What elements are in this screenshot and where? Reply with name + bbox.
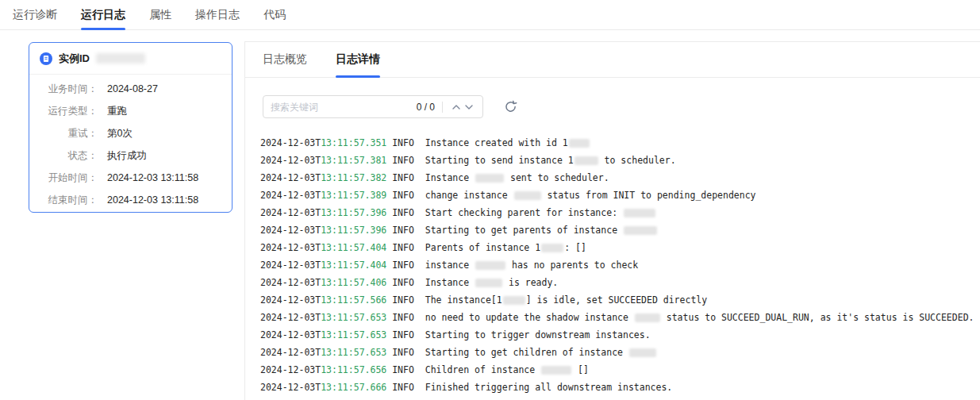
refresh-icon[interactable] (504, 100, 517, 113)
field-row: 开始时间：2024-12-03 13:11:58 (29, 167, 232, 189)
chevron-up-icon[interactable] (450, 101, 463, 113)
field-value: 重跑 (107, 105, 127, 118)
instance-id-label: 实例ID (59, 52, 90, 66)
redacted-instance-id (624, 226, 657, 235)
field-row: 结束时间：2024-12-03 13:11:58 (29, 189, 232, 211)
field-label: 结束时间： (29, 194, 98, 207)
log-line: 2024-12-03T13:11:57.666 INFO Finished tr… (260, 379, 980, 396)
redacted-instance-id (569, 139, 590, 148)
chevron-down-icon[interactable] (463, 101, 475, 113)
log-line: 2024-12-03T13:11:57.396 INFO Start check… (260, 204, 980, 221)
log-line: 2024-12-03T13:11:57.566 INFO The instanc… (260, 291, 980, 309)
log-line: 2024-12-03T13:11:57.389 INFO change inst… (260, 187, 980, 204)
redacted-instance-id (629, 348, 656, 357)
field-label: 状态： (29, 149, 98, 163)
tab-运行日志[interactable]: 运行日志 (81, 0, 125, 29)
tab-运行诊断[interactable]: 运行诊断 (13, 0, 57, 29)
log-output: 2024-12-03T13:11:57.351 INFO Instance cr… (260, 134, 980, 396)
redacted-instance-id (575, 156, 598, 165)
field-row: 业务时间：2024-08-27 (29, 78, 232, 100)
log-panel: 日志概览日志详情 0 / 0 2024-12-03T13:11:57.351 I… (244, 41, 980, 400)
log-line: 2024-12-03T13:11:57.382 INFO Instance se… (260, 169, 980, 187)
field-label: 业务时间： (29, 83, 98, 96)
instance-card-header: 实例ID (29, 43, 232, 75)
instance-id-redacted-value (96, 53, 145, 63)
tab-代码[interactable]: 代码 (263, 0, 286, 29)
field-row: 状态：执行成功 (29, 144, 232, 167)
field-value: 第0次 (107, 127, 133, 140)
log-line: 2024-12-03T13:11:57.653 INFO Starting to… (260, 344, 980, 361)
redacted-instance-id (514, 191, 541, 200)
field-row: 运行类型：重跑 (29, 100, 232, 122)
log-tab-日志概览[interactable]: 日志概览 (263, 42, 307, 77)
redacted-instance-id (503, 296, 525, 305)
instance-card: 实例ID 业务时间：2024-08-27运行类型：重跑重试：第0次状态：执行成功… (29, 42, 233, 213)
redacted-instance-id (624, 209, 655, 217)
log-line: 2024-12-03T13:11:57.396 INFO Starting to… (260, 221, 980, 239)
field-value: 执行成功 (107, 149, 147, 163)
document-icon (40, 52, 52, 65)
top-tab-bar: 运行诊断运行日志属性操作日志代码 (0, 0, 980, 30)
redacted-instance-id (541, 244, 563, 252)
redacted-instance-id (475, 279, 502, 287)
redacted-instance-id (475, 174, 504, 183)
field-label: 开始时间： (29, 171, 98, 185)
instance-card-fields: 业务时间：2024-08-27运行类型：重跑重试：第0次状态：执行成功开始时间：… (29, 75, 232, 211)
redacted-instance-id (475, 261, 505, 270)
log-line: 2024-12-03T13:11:57.653 INFO Starting to… (260, 326, 980, 344)
redacted-instance-id (541, 366, 571, 375)
log-tab-bar: 日志概览日志详情 (245, 42, 980, 78)
field-row: 重试：第0次 (29, 122, 232, 144)
redacted-instance-id (635, 313, 660, 322)
field-label: 重试： (29, 127, 98, 140)
search-match-counter: 0 / 0 (417, 102, 435, 113)
log-line: 2024-12-03T13:11:57.381 INFO Starting to… (260, 152, 980, 169)
log-line: 2024-12-03T13:11:57.404 INFO instance ha… (260, 256, 980, 274)
log-line: 2024-12-03T13:11:57.351 INFO Instance cr… (260, 134, 980, 152)
log-toolbar: 0 / 0 (263, 95, 980, 118)
search-input[interactable] (271, 102, 417, 113)
log-search-box[interactable]: 0 / 0 (263, 95, 483, 118)
field-value: 2024-12-03 13:11:58 (107, 194, 198, 206)
log-tab-日志详情[interactable]: 日志详情 (336, 42, 380, 77)
field-value: 2024-12-03 13:11:58 (107, 172, 198, 183)
tab-属性[interactable]: 属性 (149, 0, 171, 29)
log-line: 2024-12-03T13:11:57.406 INFO Instance is… (260, 274, 980, 291)
log-line: 2024-12-03T13:11:57.404 INFO Parents of … (260, 239, 980, 256)
search-divider (442, 102, 443, 113)
tab-操作日志[interactable]: 操作日志 (195, 0, 240, 29)
log-line: 2024-12-03T13:11:57.656 INFO Children of… (260, 361, 980, 379)
field-value: 2024-08-27 (107, 83, 158, 94)
log-line: 2024-12-03T13:11:57.653 INFO no need to … (260, 309, 980, 326)
field-label: 运行类型： (29, 105, 98, 118)
